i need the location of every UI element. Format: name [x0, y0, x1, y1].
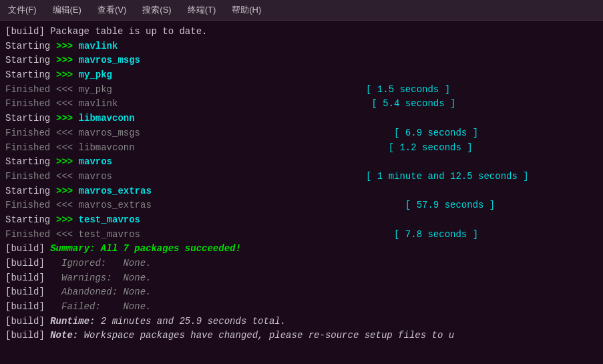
line-finished-mavlink: Finished <<< mavlink [ 5.4 seconds ] [5, 97, 598, 112]
line-warnings: [build] Warnings: None. [5, 271, 598, 286]
line-starting-mavlink: Starting >>> mavlink [5, 39, 598, 54]
menu-search[interactable]: 搜索(S) [140, 3, 174, 17]
line-runtime: [build] Runtime: 2 minutes and 25.9 seco… [5, 315, 598, 329]
menu-file[interactable]: 文件(F) [5, 3, 39, 17]
line-abandoned: [build] Abandoned: None. [5, 285, 598, 300]
menu-view[interactable]: 查看(V) [95, 3, 129, 17]
line-starting-libmavconn: Starting >>> libmavconn [5, 112, 598, 126]
line-starting-my-pkg: Starting >>> my_pkg [5, 68, 598, 83]
line-starting-mavros: Starting >>> mavros [5, 155, 598, 170]
line-summary: [build] Summary: All 7 packages succeede… [5, 242, 598, 256]
line-starting-test-mavros: Starting >>> test_mavros [5, 213, 598, 228]
line-starting-mavros-extras: Starting >>> mavros_extras [5, 184, 598, 199]
menu-edit[interactable]: 编辑(E) [50, 3, 84, 17]
line-starting-mavros-msgs: Starting >>> mavros_msgs [5, 53, 598, 68]
line-finished-test-mavros: Finished <<< test_mavros [ 7.8 seconds ] [5, 228, 598, 242]
line-finished-mavros: Finished <<< mavros [ 1 minute and 12.5 … [5, 170, 598, 184]
line-failed: [build] Failed: None. [5, 300, 598, 315]
menu-terminal[interactable]: 终端(T) [185, 3, 219, 17]
line-finished-my-pkg: Finished <<< my_pkg [ 1.5 seconds ] [5, 83, 598, 98]
menubar: 文件(F) 编辑(E) 查看(V) 搜索(S) 终端(T) 帮助(H) [0, 0, 603, 21]
line-finished-mavros-msgs: Finished <<< mavros_msgs [ 6.9 seconds ] [5, 126, 598, 141]
terminal-output: [build] Package table is up to date. Sta… [0, 21, 603, 347]
line-ignored: [build] Ignored: None. [5, 256, 598, 271]
line-finished-libmavconn: Finished <<< libmavconn [ 1.2 seconds ] [5, 141, 598, 156]
menu-help[interactable]: 帮助(H) [229, 3, 264, 17]
line-build-info: [build] Package table is up to date. [5, 25, 598, 39]
line-note: [build] Note: Workspace packages have ch… [5, 329, 598, 343]
line-finished-mavros-extras: Finished <<< mavros_extras [ 57.9 second… [5, 198, 598, 213]
